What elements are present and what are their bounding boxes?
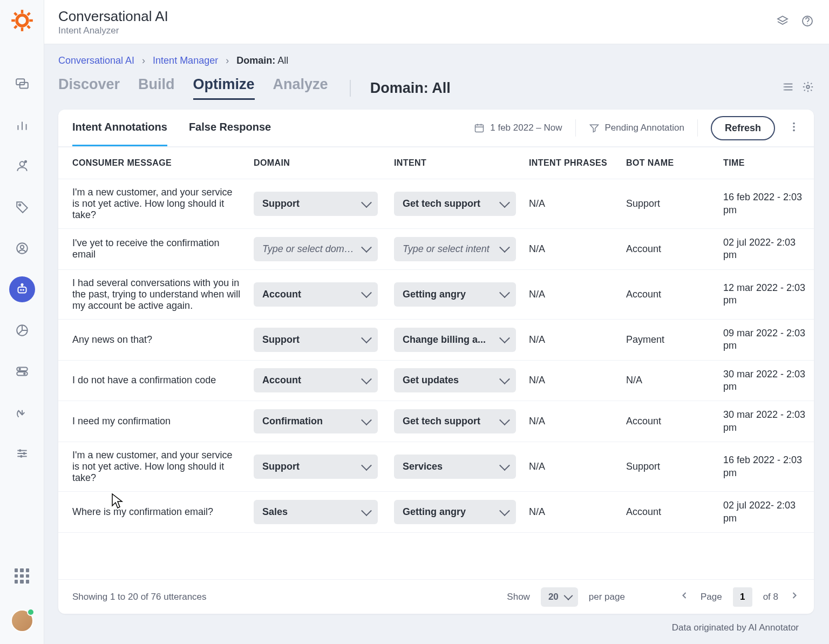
cell-message: I need my confirmation: [58, 401, 247, 442]
intent-select[interactable]: Get tech support: [394, 409, 516, 433]
domain-select[interactable]: Support: [254, 455, 378, 479]
page-next-icon[interactable]: [789, 590, 800, 604]
page-input[interactable]: [733, 587, 752, 607]
col-consumer-message: CONSUMER MESSAGE: [58, 147, 247, 179]
page-prev-icon[interactable]: [679, 590, 690, 604]
sidebar-sliders-icon[interactable]: [9, 440, 35, 466]
svg-point-41: [784, 86, 785, 87]
cell-time: 09 mar 2022 - 2:03 pm: [717, 319, 814, 360]
svg-point-21: [22, 289, 24, 290]
svg-point-43: [806, 85, 810, 89]
subtab-intent-annotations[interactable]: Intent Annotations: [72, 110, 167, 146]
cell-bot: Account: [620, 492, 717, 533]
col-time: TIME: [717, 147, 814, 179]
origin-note: Data originated by AI Annotator: [58, 614, 814, 644]
svg-line-7: [14, 26, 16, 28]
sidebar-analytics-icon[interactable]: [9, 112, 35, 138]
tab-analyze[interactable]: Analyze: [273, 76, 328, 100]
cell-phrases: N/A: [522, 492, 620, 533]
domain-select[interactable]: Confirmation: [254, 409, 378, 433]
filter-status[interactable]: Pending Annotation: [589, 123, 684, 133]
cell-phrases: N/A: [522, 229, 620, 270]
annotations-card: Intent Annotations False Response 1 feb …: [58, 110, 814, 614]
svg-point-49: [793, 126, 795, 128]
col-intent: INTENT: [388, 147, 522, 179]
intent-select[interactable]: Get tech support: [394, 192, 516, 216]
sidebar-pie-icon[interactable]: [9, 317, 35, 343]
help-icon[interactable]: [801, 15, 814, 30]
domain-select[interactable]: Support: [254, 192, 378, 216]
domain-select[interactable]: Type or select domain: [254, 237, 378, 261]
main-tabs: Discover Build Optimize Analyze: [58, 76, 328, 100]
apps-grid-icon[interactable]: [15, 568, 30, 584]
intent-select[interactable]: Getting angry: [394, 500, 516, 524]
svg-rect-25: [17, 367, 28, 371]
cell-time: 02 jul 2022- 2:03 pm: [717, 229, 814, 270]
date-range-picker[interactable]: 1 feb 2022 – Now: [474, 123, 562, 133]
more-menu-icon[interactable]: [788, 121, 800, 135]
svg-point-20: [20, 289, 22, 290]
domain-heading: Domain: All: [350, 80, 451, 97]
intent-select[interactable]: Getting angry: [394, 282, 516, 307]
svg-point-14: [19, 161, 24, 166]
cell-time: 30 mar 2022 - 2:03 pm: [717, 360, 814, 401]
cell-message: I had several conversations with you in …: [58, 269, 247, 319]
table-row: I'm a new customer, and your service is …: [58, 179, 814, 229]
cell-phrases: N/A: [522, 360, 620, 401]
table-row: I need my confirmation Confirmation Get …: [58, 401, 814, 442]
sidebar: [0, 0, 44, 644]
list-view-icon[interactable]: [783, 81, 794, 95]
cell-time: 30 mar 2022 - 2:03 pm: [717, 401, 814, 442]
sidebar-toggle-icon[interactable]: [9, 358, 35, 384]
tab-discover[interactable]: Discover: [58, 76, 120, 100]
svg-rect-10: [19, 83, 28, 89]
intent-select[interactable]: Services: [394, 455, 516, 479]
cell-message: I do not have a confirmation code: [58, 360, 247, 401]
svg-point-27: [18, 368, 21, 370]
cell-time: 16 feb 2022 - 2:03 pm: [717, 179, 814, 229]
breadcrumb-link-intent-manager[interactable]: Intent Manager: [153, 55, 218, 66]
domain-select[interactable]: Account: [254, 282, 378, 307]
sidebar-plug-icon[interactable]: [9, 399, 35, 425]
svg-line-8: [27, 13, 29, 15]
breadcrumb-link-conversational-ai[interactable]: Conversational AI: [58, 55, 134, 66]
topbar: Conversational AI Intent Analyzer: [44, 0, 829, 44]
cell-message: Where is my confirmation email?: [58, 492, 247, 533]
page-size-select[interactable]: 20: [541, 587, 578, 607]
app-subtitle: Intent Analyzer: [58, 25, 168, 36]
svg-point-15: [24, 161, 26, 162]
svg-line-5: [14, 13, 16, 15]
svg-rect-34: [20, 455, 22, 457]
subtab-false-response[interactable]: False Response: [189, 110, 271, 146]
intent-select[interactable]: Get updates: [394, 368, 516, 392]
svg-point-50: [793, 130, 795, 132]
domain-select[interactable]: Account: [254, 368, 378, 392]
cell-bot: Account: [620, 229, 717, 270]
intent-select[interactable]: Type or select intent: [394, 237, 516, 261]
chevron-right-icon: ›: [226, 55, 229, 66]
layers-icon[interactable]: [776, 15, 789, 30]
user-avatar[interactable]: [11, 609, 33, 632]
cell-time: 12 mar 2022 - 2:03 pm: [717, 269, 814, 319]
sidebar-tag-icon[interactable]: [9, 194, 35, 220]
tab-build[interactable]: Build: [138, 76, 175, 100]
settings-gear-icon[interactable]: [802, 81, 814, 95]
table-row: Any news on that? Support Change billing…: [58, 319, 814, 360]
intent-select[interactable]: Change billing a...: [394, 328, 516, 352]
cell-message: I've yet to receive the confirmation ema…: [58, 229, 247, 270]
table-footer: Showing 1 to 20 of 76 utterances Show 20…: [58, 579, 814, 614]
svg-rect-19: [18, 287, 26, 293]
svg-rect-32: [19, 449, 21, 451]
sidebar-bot-icon[interactable]: [9, 276, 35, 302]
cell-bot: N/A: [620, 360, 717, 401]
cell-bot: Support: [620, 179, 717, 229]
cell-phrases: N/A: [522, 319, 620, 360]
sidebar-agent-icon[interactable]: [9, 153, 35, 179]
tab-optimize[interactable]: Optimize: [193, 76, 255, 100]
svg-point-42: [784, 90, 785, 91]
sidebar-user-icon[interactable]: [9, 235, 35, 261]
domain-select[interactable]: Sales: [254, 500, 378, 524]
sidebar-chat-icon[interactable]: [9, 71, 35, 97]
refresh-button[interactable]: Refresh: [711, 116, 775, 140]
domain-select[interactable]: Support: [254, 328, 378, 352]
